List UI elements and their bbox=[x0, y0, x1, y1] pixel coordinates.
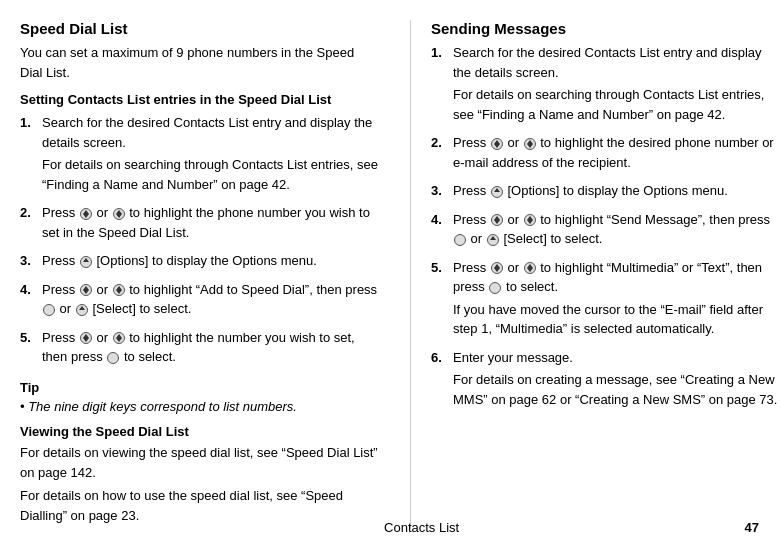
right-select-icon-1 bbox=[454, 234, 466, 246]
step-number-4: 4. bbox=[20, 280, 38, 322]
left-step-3: 3. Press [Options] to display the Option… bbox=[20, 251, 380, 274]
options-icon-2 bbox=[76, 304, 88, 316]
right-step-content-3: Press [Options] to display the Options m… bbox=[453, 181, 780, 204]
left-column: Speed Dial List You can set a maximum of… bbox=[20, 20, 390, 529]
right-step-3-main: Press [Options] to display the Options m… bbox=[453, 181, 780, 201]
nav-up-icon-3 bbox=[80, 332, 92, 344]
right-step-number-4: 4. bbox=[431, 210, 449, 252]
right-step-4-main: Press or to highlight “Send Message”, th… bbox=[453, 210, 780, 249]
nav-down-icon-3 bbox=[113, 332, 125, 344]
left-intro: You can set a maximum of 9 phone numbers… bbox=[20, 43, 380, 82]
viewing-title: Viewing the Speed Dial List bbox=[20, 424, 380, 439]
step-1-main: Search for the desired Contacts List ent… bbox=[42, 113, 380, 152]
right-step-number-5: 5. bbox=[431, 258, 449, 342]
left-step-5: 5. Press or to highlight the number you … bbox=[20, 328, 380, 370]
right-step-content-6: Enter your message. For details on creat… bbox=[453, 348, 780, 413]
right-step-content-1: Search for the desired Contacts List ent… bbox=[453, 43, 780, 127]
right-step-6-main: Enter your message. bbox=[453, 348, 780, 368]
right-step-5: 5. Press or to highlight “Multimedia” or… bbox=[431, 258, 780, 342]
step-2-main: Press or to highlight the phone number y… bbox=[42, 203, 380, 242]
nav-down-icon bbox=[113, 208, 125, 220]
right-nav-up-1 bbox=[491, 138, 503, 150]
left-section-title: Speed Dial List bbox=[20, 20, 380, 37]
nav-down-icon-2 bbox=[113, 284, 125, 296]
tip-title: Tip bbox=[20, 380, 380, 395]
right-options-icon-1 bbox=[491, 186, 503, 198]
right-nav-down-2 bbox=[524, 214, 536, 226]
right-step-3: 3. Press [Options] to display the Option… bbox=[431, 181, 780, 204]
footer-page-number: 47 bbox=[745, 520, 759, 535]
right-select-icon-2 bbox=[489, 282, 501, 294]
footer-label: Contacts List bbox=[384, 520, 459, 535]
left-step-4: 4. Press or to highlight “Add to Speed D… bbox=[20, 280, 380, 322]
right-step-6-sub: For details on creating a message, see “… bbox=[453, 370, 780, 409]
right-column: Sending Messages 1. Search for the desir… bbox=[410, 20, 780, 529]
step-number-1: 1. bbox=[20, 113, 38, 197]
step-number-3: 3. bbox=[20, 251, 38, 274]
select-icon-2 bbox=[107, 352, 119, 364]
step-3-main: Press [Options] to display the Options m… bbox=[42, 251, 380, 271]
right-nav-up-3 bbox=[491, 262, 503, 274]
tip-section: Tip The nine digit keys correspond to li… bbox=[20, 380, 380, 417]
right-step-1-main: Search for the desired Contacts List ent… bbox=[453, 43, 780, 82]
right-step-content-4: Press or to highlight “Send Message”, th… bbox=[453, 210, 780, 252]
step-5-main: Press or to highlight the number you wis… bbox=[42, 328, 380, 367]
page-footer: Contacts List 47 bbox=[384, 520, 759, 535]
step-1-sub: For details on searching through Contact… bbox=[42, 155, 380, 194]
right-step-number-2: 2. bbox=[431, 133, 449, 175]
step-content-4: Press or to highlight “Add to Speed Dial… bbox=[42, 280, 380, 322]
right-nav-down-3 bbox=[524, 262, 536, 274]
step-content-5: Press or to highlight the number you wis… bbox=[42, 328, 380, 370]
right-step-2: 2. Press or to highlight the desired pho… bbox=[431, 133, 780, 175]
right-step-5-main: Press or to highlight “Multimedia” or “T… bbox=[453, 258, 780, 297]
options-icon bbox=[80, 256, 92, 268]
left-step-2: 2. Press or to highlight the phone numbe… bbox=[20, 203, 380, 245]
right-step-number-3: 3. bbox=[431, 181, 449, 204]
left-step-1: 1. Search for the desired Contacts List … bbox=[20, 113, 380, 197]
select-icon bbox=[43, 304, 55, 316]
step-content-1: Search for the desired Contacts List ent… bbox=[42, 113, 380, 197]
right-step-2-main: Press or to highlight the desired phone … bbox=[453, 133, 780, 172]
step-number-5: 5. bbox=[20, 328, 38, 370]
step-content-2: Press or to highlight the phone number y… bbox=[42, 203, 380, 245]
right-options-icon-2 bbox=[487, 234, 499, 246]
right-nav-down-1 bbox=[524, 138, 536, 150]
right-step-1: 1. Search for the desired Contacts List … bbox=[431, 43, 780, 127]
left-subsection-title: Setting Contacts List entries in the Spe… bbox=[20, 92, 380, 107]
right-step-content-2: Press or to highlight the desired phone … bbox=[453, 133, 780, 175]
step-4-main: Press or to highlight “Add to Speed Dial… bbox=[42, 280, 380, 319]
tip-bullet-1: The nine digit keys correspond to list n… bbox=[20, 399, 297, 414]
right-step-6: 6. Enter your message. For details on cr… bbox=[431, 348, 780, 413]
left-steps-list: 1. Search for the desired Contacts List … bbox=[20, 113, 380, 370]
right-steps-list: 1. Search for the desired Contacts List … bbox=[431, 43, 780, 412]
right-section-title: Sending Messages bbox=[431, 20, 780, 37]
right-nav-up-2 bbox=[491, 214, 503, 226]
viewing-section: Viewing the Speed Dial List For details … bbox=[20, 424, 380, 525]
step-number-2: 2. bbox=[20, 203, 38, 245]
right-step-5-sub: If you have moved the cursor to the “E-m… bbox=[453, 300, 780, 339]
nav-up-icon-2 bbox=[80, 284, 92, 296]
right-step-number-6: 6. bbox=[431, 348, 449, 413]
right-step-4: 4. Press or to highlight “Send Message”,… bbox=[431, 210, 780, 252]
tip-text: The nine digit keys correspond to list n… bbox=[20, 397, 380, 417]
viewing-text-2: For details on how to use the speed dial… bbox=[20, 486, 380, 525]
nav-up-icon bbox=[80, 208, 92, 220]
right-step-number-1: 1. bbox=[431, 43, 449, 127]
step-content-3: Press [Options] to display the Options m… bbox=[42, 251, 380, 274]
viewing-text-1: For details on viewing the speed dial li… bbox=[20, 443, 380, 482]
right-step-content-5: Press or to highlight “Multimedia” or “T… bbox=[453, 258, 780, 342]
right-step-1-sub: For details on searching through Contact… bbox=[453, 85, 780, 124]
